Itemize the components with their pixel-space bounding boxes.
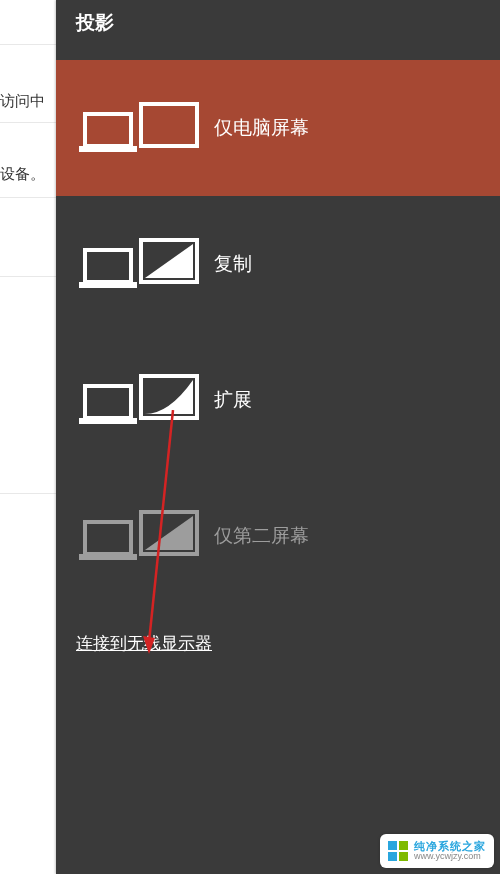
panel-title: 投影 [56,0,500,60]
svg-rect-1 [79,146,137,152]
watermark-url: www.ycwjzy.com [414,852,486,861]
bg-divider [0,122,60,123]
option-label: 仅第二屏幕 [214,523,309,549]
option-duplicate[interactable]: 复制 [56,196,500,332]
second-screen-only-icon [74,501,204,571]
svg-rect-10 [79,554,137,560]
bg-divider [0,493,60,494]
svg-rect-0 [85,114,131,146]
bg-text-line-1: 访问中 [0,92,45,111]
bg-divider [0,276,60,277]
watermark-logo-icon [388,841,408,861]
bg-divider [0,44,60,45]
duplicate-icon [74,229,204,299]
background-window: 访问中 设备。 [0,0,60,874]
connect-wireless-display-link[interactable]: 连接到无线显示器 [76,632,212,655]
option-label: 扩展 [214,387,252,413]
svg-rect-2 [141,104,197,146]
option-label: 复制 [214,251,252,277]
option-label: 仅电脑屏幕 [214,115,309,141]
svg-rect-7 [79,418,137,424]
pc-screen-only-icon [74,93,204,163]
option-extend[interactable]: 扩展 [56,332,500,468]
extend-icon [74,365,204,435]
bg-text-line-2: 设备。 [0,165,45,184]
projection-panel: 投影 仅电脑屏幕 复制 [56,0,500,874]
option-pc-screen-only[interactable]: 仅电脑屏幕 [56,60,500,196]
option-second-screen-only[interactable]: 仅第二屏幕 [56,468,500,604]
svg-rect-6 [85,386,131,418]
svg-rect-9 [85,522,131,554]
bg-divider [0,197,60,198]
svg-rect-3 [85,250,131,282]
watermark-badge: 纯净系统之家 www.ycwjzy.com [380,834,494,868]
svg-rect-4 [79,282,137,288]
